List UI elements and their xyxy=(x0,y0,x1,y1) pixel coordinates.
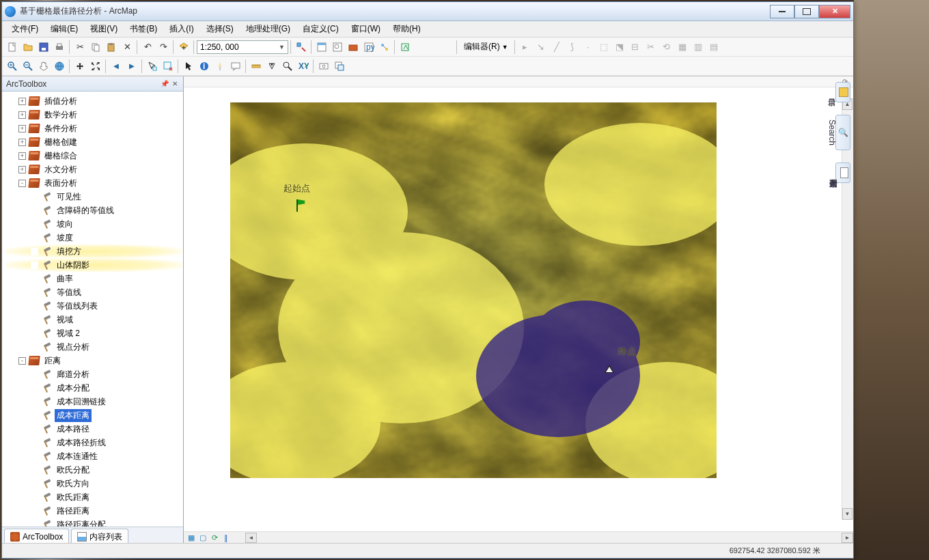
tree-item[interactable]: -距离 xyxy=(5,354,183,367)
layout-view-icon[interactable]: ▢ xyxy=(198,533,208,542)
tree-item[interactable]: 成本路径 xyxy=(5,422,183,436)
prev-extent-icon[interactable]: ◄ xyxy=(109,59,124,74)
tree-item[interactable]: +条件分析 xyxy=(5,122,183,135)
catalog-window-icon[interactable] xyxy=(314,40,329,55)
html-popup-icon[interactable] xyxy=(228,59,243,74)
tree-item[interactable]: -表面分析 xyxy=(5,176,183,190)
menu-item[interactable]: 视图(V) xyxy=(85,22,123,36)
close-button[interactable] xyxy=(819,5,850,18)
save-icon[interactable] xyxy=(36,40,51,55)
expand-icon[interactable]: + xyxy=(18,139,26,146)
tree-item[interactable]: 含障碍的等值线 xyxy=(5,204,183,217)
goto-xy-icon[interactable]: XY xyxy=(296,59,311,74)
tree-item[interactable]: 成本分配 xyxy=(5,381,183,395)
tree-item[interactable]: +数学分析 xyxy=(5,108,183,122)
search-window-icon[interactable] xyxy=(330,40,345,55)
tree-item[interactable]: 视点分析 xyxy=(5,340,183,354)
close-panel-icon[interactable]: ✕ xyxy=(171,80,179,88)
scroll-left-button[interactable]: ◄ xyxy=(245,533,257,543)
expand-icon[interactable]: + xyxy=(18,125,26,132)
tree-item[interactable]: 欧氏分配 xyxy=(5,463,183,477)
add-data-icon[interactable] xyxy=(176,40,191,55)
fixed-zoom-out-icon[interactable] xyxy=(88,59,103,74)
clear-selection-icon[interactable] xyxy=(161,59,176,74)
zoom-in-icon[interactable] xyxy=(5,59,20,74)
data-view-icon[interactable]: ▦ xyxy=(186,533,196,542)
tree-item[interactable]: 视域 xyxy=(5,313,183,326)
create-features-tab[interactable]: 创建要素 xyxy=(835,163,850,183)
expand-icon[interactable]: + xyxy=(18,152,26,160)
undo-icon[interactable]: ↶ xyxy=(140,40,155,55)
refresh-view-icon[interactable]: ⟳ xyxy=(210,533,219,542)
expand-icon[interactable]: + xyxy=(18,166,26,173)
identify-icon[interactable]: i xyxy=(197,59,212,74)
editor-toolbar-icon[interactable] xyxy=(294,40,309,55)
tree-item[interactable]: +栅格创建 xyxy=(5,135,183,149)
delete-icon[interactable]: ✕ xyxy=(120,40,135,55)
find-route-icon[interactable] xyxy=(280,59,295,74)
search-tab[interactable]: Search xyxy=(835,115,850,150)
h-scroll-track[interactable] xyxy=(257,533,842,543)
cut-icon[interactable]: ✂ xyxy=(72,40,87,55)
editor-dropdown[interactable]: 编辑器(R)▼ xyxy=(460,41,512,53)
find-icon[interactable] xyxy=(264,59,279,74)
next-extent-icon[interactable]: ► xyxy=(124,59,139,74)
open-icon[interactable] xyxy=(20,40,36,55)
tree-item[interactable]: 廊道分析 xyxy=(5,367,183,381)
pause-draw-icon[interactable]: ‖ xyxy=(221,533,231,542)
expand-icon[interactable]: + xyxy=(18,98,26,105)
tree-item[interactable]: +栅格综合 xyxy=(5,149,183,163)
menu-item[interactable]: 地理处理(G) xyxy=(240,22,296,36)
tree-item[interactable]: +水文分析 xyxy=(5,163,183,176)
toolbox-tree[interactable]: +插值分析+数学分析+条件分析+栅格创建+栅格综合+水文分析-表面分析可见性含障… xyxy=(2,92,183,527)
time-slider-icon[interactable] xyxy=(316,59,331,74)
menu-item[interactable]: 自定义(C) xyxy=(297,22,344,36)
select-features-icon[interactable] xyxy=(145,59,160,74)
scroll-right-button[interactable]: ► xyxy=(842,533,853,543)
new-doc-icon[interactable] xyxy=(5,40,20,55)
menu-item[interactable]: 文件(F) xyxy=(6,22,44,36)
measure-icon[interactable] xyxy=(249,59,264,74)
tab-arctoolbox[interactable]: ArcToolbox xyxy=(4,529,69,543)
copy-icon[interactable] xyxy=(88,40,103,55)
menu-item[interactable]: 选择(S) xyxy=(201,22,239,36)
tab-toc[interactable]: 内容列表 xyxy=(71,529,128,543)
full-extent-icon[interactable] xyxy=(52,59,67,74)
zoom-out-icon[interactable] xyxy=(20,59,36,74)
pointer-icon[interactable] xyxy=(181,59,196,74)
python-window-icon[interactable]: py xyxy=(361,40,376,55)
print-icon[interactable] xyxy=(52,40,67,55)
tree-item[interactable]: +插值分析 xyxy=(5,94,183,108)
tree-item[interactable]: 坡向 xyxy=(5,217,183,231)
menu-item[interactable]: 编辑(E) xyxy=(45,22,83,36)
tree-item[interactable]: 填挖方 xyxy=(5,244,183,258)
tree-item[interactable]: 可见性 xyxy=(5,190,183,204)
toolbox-window-icon[interactable] xyxy=(346,40,361,55)
paste-icon[interactable] xyxy=(104,40,119,55)
collapse-icon[interactable]: - xyxy=(18,357,26,365)
tree-item[interactable]: 等值线 xyxy=(5,285,183,299)
tree-item[interactable]: 路径距离 xyxy=(5,504,183,518)
tree-item[interactable]: 坡度 xyxy=(5,231,183,244)
modelbuilder-icon[interactable] xyxy=(377,40,392,55)
tree-item[interactable]: 曲率 xyxy=(5,272,183,285)
tree-item[interactable]: 成本回溯链接 xyxy=(5,395,183,408)
tree-item[interactable]: 成本连通性 xyxy=(5,449,183,463)
tree-item[interactable]: 山体阴影 xyxy=(5,258,183,272)
catalog-tab[interactable]: 目录 xyxy=(835,82,850,102)
tree-item[interactable]: 路径距离分配 xyxy=(5,518,183,527)
tree-item[interactable]: 欧氏距离 xyxy=(5,490,183,504)
viewer-window-icon[interactable] xyxy=(332,59,347,74)
expand-icon[interactable]: + xyxy=(18,111,26,119)
tool-misc-icon[interactable] xyxy=(398,40,413,55)
pan-icon[interactable] xyxy=(36,59,51,74)
minimize-button[interactable] xyxy=(770,5,794,18)
redo-icon[interactable]: ↷ xyxy=(156,40,171,55)
map-viewport[interactable]: 起始点 终点 ▲▼ xyxy=(184,87,853,531)
tree-item[interactable]: 成本距离 xyxy=(5,408,183,422)
tree-item[interactable]: 视域 2 xyxy=(5,326,183,340)
menu-item[interactable]: 书签(B) xyxy=(124,22,163,36)
menu-item[interactable]: 帮助(H) xyxy=(387,22,426,36)
tree-item[interactable]: 成本路径折线 xyxy=(5,436,183,449)
pin-icon[interactable]: 📌 xyxy=(161,80,169,88)
